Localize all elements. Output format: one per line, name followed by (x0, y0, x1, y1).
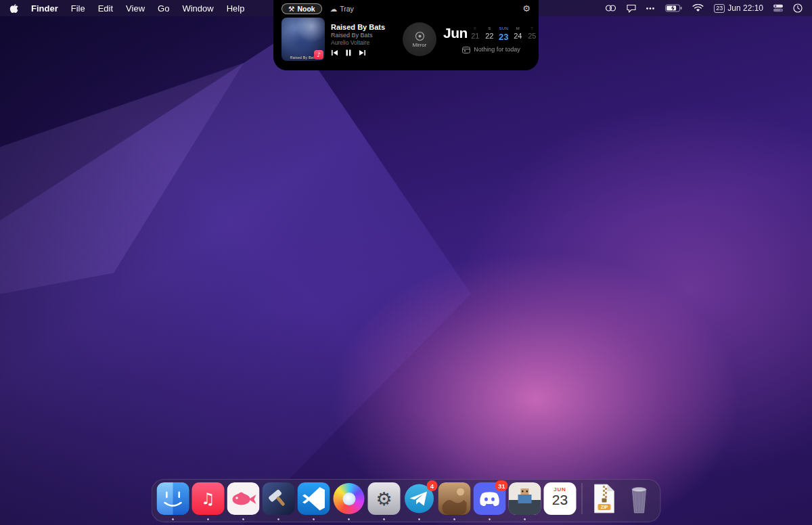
dock-item-telegram[interactable]: 4 (403, 482, 436, 515)
cloud-icon: ☁ (330, 5, 338, 13)
zip-label: ZIP (601, 505, 608, 509)
calendar-day[interactable]: S 22 (482, 26, 497, 40)
calendar-month: Jun (443, 26, 468, 41)
menu-help[interactable]: Help (227, 3, 245, 14)
menu-edit[interactable]: Edit (98, 3, 113, 14)
calendar-event-text: Nothing for today (474, 46, 520, 53)
calendar-day-icon: 23 (714, 4, 725, 13)
battery-icon[interactable] (665, 4, 682, 12)
next-track-button[interactable] (359, 49, 366, 56)
tab-nook[interactable]: ⚒ Nook (281, 3, 322, 14)
dock-item-trash[interactable] (623, 482, 656, 515)
active-app-name[interactable]: Finder (31, 3, 58, 14)
mirror-button[interactable]: Mirror (403, 22, 436, 56)
browser-icon (334, 483, 365, 514)
dock-item-fish-app[interactable] (227, 482, 260, 515)
desktop: Finder File Edit View Go Window Help ••• (0, 0, 812, 525)
chat-bubble-icon[interactable] (627, 4, 636, 13)
dock-item-pixel-game[interactable] (509, 482, 541, 515)
wallpaper-shape (0, 0, 812, 525)
dock-item-music[interactable]: ♫ (192, 482, 225, 515)
dock-item-finder[interactable] (157, 482, 189, 515)
browser-icon-center (342, 493, 355, 505)
nook-header: ⚒ Nook ☁ Tray ⚙ (281, 3, 531, 14)
tab-nook-label: Nook (297, 5, 315, 13)
dock-item-system-settings[interactable]: ⚙ (368, 482, 401, 515)
fish-app-icon (227, 482, 260, 515)
song-album: Raised By Bats (331, 32, 399, 39)
settings-gear-icon: ⚙ (368, 482, 401, 515)
menu-window[interactable]: Window (182, 3, 213, 14)
dock-item-nook-app[interactable] (263, 482, 295, 515)
nook-notch-widget: ⚒ Nook ☁ Tray ⚙ Raised By Bats ♪ Raised … (273, 0, 539, 70)
notification-badge: 31 (495, 480, 508, 491)
brown-app-icon (438, 482, 471, 515)
running-indicator (489, 518, 491, 520)
calendar-event-row: Nothing for today (443, 46, 539, 53)
menu-view[interactable]: View (126, 3, 145, 14)
finder-icon (157, 482, 189, 515)
apple-icon (9, 3, 18, 14)
calendar-app-icon: JUN 23 (544, 482, 577, 515)
trash-icon (623, 482, 656, 515)
notification-badge: 4 (427, 480, 438, 491)
dock-item-brown-app[interactable] (438, 482, 471, 515)
calendar-day-selected[interactable]: SUN 23 (497, 26, 511, 42)
running-indicator (524, 518, 526, 520)
calendar-widget: Jun F 21 S 22 SUN 23 M 24 (443, 26, 539, 53)
calendar-day[interactable]: F 21 (468, 26, 482, 40)
wifi-icon[interactable] (692, 4, 704, 12)
calendar-day[interactable]: T 25 (525, 26, 539, 40)
dock-item-discord[interactable]: 31 (474, 482, 506, 515)
no-events-icon (462, 46, 470, 53)
mirror-label: Mirror (413, 42, 427, 48)
vscode-icon (298, 482, 330, 515)
running-indicator (207, 518, 209, 520)
dock: ♫ (152, 479, 661, 522)
song-artist: Aurelio Voltaire (331, 39, 399, 46)
running-indicator (172, 518, 174, 520)
menu-file[interactable]: File (71, 3, 85, 14)
running-indicator (313, 518, 315, 520)
previous-track-button[interactable] (331, 49, 338, 56)
zip-file-icon: ZIP (588, 482, 621, 515)
tab-tray-label: Tray (340, 5, 354, 13)
control-center-icon[interactable] (773, 4, 783, 12)
datetime-display[interactable]: 23 Jun 22:10 (714, 3, 763, 13)
pixel-game-icon (509, 482, 541, 515)
calendar-day[interactable]: M 24 (511, 26, 525, 40)
hammer-app-icon (263, 482, 295, 515)
running-indicator (453, 518, 455, 520)
running-indicator (383, 518, 385, 520)
apple-menu[interactable] (9, 3, 18, 14)
menu-go[interactable]: Go (158, 3, 169, 14)
dock-separator (582, 483, 583, 514)
dock-item-vscode[interactable] (298, 482, 330, 515)
running-indicator (277, 518, 279, 520)
clock-app-icon[interactable] (793, 3, 803, 13)
dock-item-calendar[interactable]: JUN 23 (544, 482, 577, 515)
clock-text: Jun 22:10 (727, 3, 763, 13)
album-art[interactable]: Raised By Bats ♪ (281, 18, 325, 61)
music-app-badge-icon: ♪ (314, 50, 323, 60)
pause-button[interactable] (346, 49, 351, 56)
camera-icon (415, 31, 425, 41)
tab-tray[interactable]: ☁ Tray (330, 5, 354, 13)
calendar-app-day: 23 (552, 493, 568, 507)
more-menu-icon[interactable]: ••• (646, 5, 656, 12)
dock-item-zip-file[interactable]: ZIP (588, 482, 621, 515)
song-title: Raised By Bats (331, 23, 399, 31)
gear-icon[interactable]: ⚙ (522, 4, 531, 13)
running-indicator (242, 518, 244, 520)
now-playing-info: Raised By Bats Raised By Bats Aurelio Vo… (331, 23, 399, 56)
running-indicator (348, 518, 350, 520)
hammer-icon: ⚒ (288, 5, 294, 13)
linked-circles-icon[interactable] (605, 4, 616, 12)
running-indicator (418, 518, 420, 520)
dock-item-browser[interactable] (333, 482, 365, 515)
music-app-icon: ♫ (192, 482, 225, 515)
playback-controls (331, 49, 399, 56)
